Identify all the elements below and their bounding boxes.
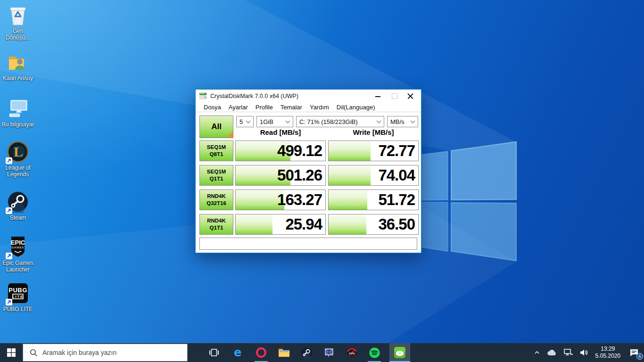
desktop-icon-epic-games[interactable]: EPIC GAMES Epic Games Launcher — [0, 236, 36, 273]
unit-select[interactable]: MB/s — [387, 116, 418, 127]
shortcut-arrow-icon — [6, 157, 12, 164]
taskbar-app-discord[interactable] — [318, 343, 340, 362]
target-drive-value: C: 71% (158/223GiB) — [299, 118, 374, 125]
taskbar-app-file-explorer[interactable] — [272, 343, 295, 362]
edge-icon: e — [232, 346, 245, 359]
read-value: 163.27 — [277, 191, 322, 209]
opera-gx-icon — [256, 347, 267, 358]
loop-count-value: 5 — [239, 118, 244, 125]
tray-network[interactable] — [561, 343, 577, 362]
chevron-down-icon — [411, 119, 415, 123]
chevron-down-icon — [246, 119, 251, 123]
test-size-value: 1GiB — [260, 118, 283, 125]
test-size-select[interactable]: 1GiB — [256, 116, 293, 127]
start-button[interactable] — [0, 343, 23, 362]
minimize-button[interactable] — [370, 90, 386, 102]
speaker-icon — [580, 349, 588, 356]
menu-profile[interactable]: Profile — [252, 104, 277, 111]
chevron-down-icon — [377, 119, 381, 123]
write-column-header: Write [MB/s] — [328, 128, 419, 136]
target-drive-select[interactable]: C: 71% (158/223GiB) — [296, 116, 384, 127]
write-result-bar: 74.04 — [328, 165, 419, 186]
system-tray: 13:29 5.05.2020 6 — [530, 343, 644, 362]
desktop-icon-label: Geri Dönüşü... — [0, 28, 36, 41]
league-of-legends-icon: L — [7, 140, 29, 163]
test-label-rnd4k-q32t16[interactable]: RND4KQ32T16 — [199, 189, 233, 210]
desktop-icon-label: League of Legends — [0, 165, 36, 178]
run-all-button[interactable]: All — [199, 115, 233, 138]
notification-badge: 6 — [636, 353, 643, 360]
test-label-rnd4k-q1t1[interactable]: RND4KQ1T1 — [199, 214, 233, 235]
run-all-label: All — [211, 122, 222, 132]
read-value: 499.12 — [277, 142, 322, 160]
menu-language[interactable]: Dil(Language) — [333, 104, 379, 111]
shortcut-arrow-icon — [6, 299, 12, 305]
read-value: 501.26 — [277, 166, 322, 184]
desktop-icon-label: Steam — [0, 214, 36, 221]
desktop-icon-steam[interactable]: Steam — [0, 190, 36, 221]
taskbar-app-steam[interactable] — [295, 343, 318, 362]
search-input[interactable] — [42, 349, 174, 356]
taskbar-app-edge[interactable]: e — [227, 343, 250, 362]
bar-fill — [329, 190, 367, 210]
tray-chevron-up[interactable] — [530, 343, 544, 362]
menu-yardim[interactable]: Yardım — [306, 104, 333, 111]
svg-text:e: e — [234, 346, 241, 359]
network-icon — [564, 349, 573, 356]
write-value: 74.04 — [378, 166, 415, 184]
desktop-icon-recycle-bin[interactable]: Geri Dönüşü... — [0, 4, 36, 41]
bar-fill — [329, 165, 371, 185]
write-result-bar: 51.72 — [328, 189, 419, 210]
desktop-icon-label: Epic Games Launcher — [0, 260, 36, 273]
svg-text:GAMES: GAMES — [12, 246, 25, 249]
desktop-icon-label: PUBG LITE — [0, 306, 36, 313]
svg-text:EPIC: EPIC — [11, 239, 25, 246]
discord-icon — [323, 347, 335, 358]
test-label-seq1m-q1t1[interactable]: SEQ1MQ1T1 — [199, 165, 233, 186]
maximize-button[interactable] — [386, 90, 402, 102]
read-value: 25.94 — [285, 215, 322, 233]
action-center-button[interactable]: 6 — [624, 343, 644, 362]
chevron-down-icon — [286, 119, 290, 123]
write-value: 36.50 — [378, 215, 415, 233]
desktop-icon-user-folder[interactable]: Kaan Arisoy — [0, 51, 36, 82]
cloud-icon — [547, 349, 557, 356]
tray-onedrive[interactable] — [544, 343, 561, 362]
desktop-icon-label: Kaan Arisoy — [0, 75, 36, 82]
taskbar-app-crystaldiskmark-active[interactable] — [389, 343, 410, 362]
window-title: CrystalDiskMark 7.0.0 x64 (UWP) — [210, 93, 298, 99]
this-pc-icon — [7, 97, 29, 120]
desktop-icon-this-pc[interactable]: Bu bilgisayar — [0, 97, 36, 128]
shortcut-arrow-icon — [6, 253, 12, 259]
bar-fill — [236, 214, 272, 234]
windows-logo-icon — [7, 348, 16, 357]
task-view-icon — [209, 348, 219, 357]
menu-dosya[interactable]: Dosya — [200, 104, 225, 111]
test-label-seq1m-q8t1[interactable]: SEQ1MQ8T1 — [199, 140, 233, 161]
taskbar-app-opera-gx[interactable] — [250, 343, 272, 362]
svg-text:PUBG: PUBG — [8, 287, 27, 294]
svg-text:L: L — [14, 144, 23, 159]
menu-temalar[interactable]: Temalar — [277, 104, 306, 111]
desktop-icon-league-of-legends[interactable]: L League of Legends — [0, 140, 36, 178]
window-titlebar[interactable]: CrystalDiskMark 7.0.0 x64 (UWP) — [196, 90, 421, 102]
crystaldiskmark-icon — [394, 346, 406, 359]
task-view-button[interactable] — [203, 343, 225, 362]
menu-ayarlar[interactable]: Ayarlar — [225, 104, 252, 111]
tray-volume[interactable] — [577, 343, 592, 362]
steam-icon — [301, 347, 313, 359]
user-folder-icon — [7, 51, 29, 74]
desktop: Geri Dönüşü... Kaan Arisoy — [0, 0, 644, 362]
desktop-icon-pubg-lite[interactable]: PUBG LITE PUBG LITE — [0, 282, 36, 313]
taskbar-clock[interactable]: 13:29 5.05.2020 — [592, 343, 624, 362]
unit-value: MB/s — [390, 118, 408, 125]
close-button[interactable] — [402, 90, 418, 102]
svg-text:GPU: GPU — [348, 352, 355, 355]
read-column-header: Read [MB/s] — [235, 128, 326, 136]
taskbar-search[interactable] — [23, 344, 188, 362]
taskbar-app-gpu-tweak[interactable]: GPU — [340, 343, 363, 362]
clock-time: 13:29 — [595, 346, 620, 353]
taskbar-app-spotify[interactable] — [363, 343, 386, 362]
loop-count-select[interactable]: 5 — [236, 116, 254, 127]
file-explorer-icon — [278, 348, 290, 358]
